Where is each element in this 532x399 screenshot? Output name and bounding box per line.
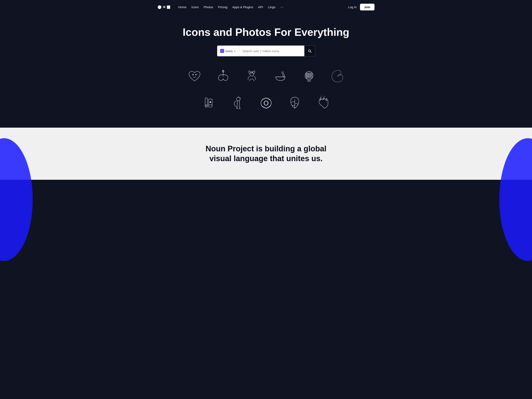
svg-point-0	[192, 74, 194, 75]
search-category-selector[interactable]: Icons ▾	[217, 46, 240, 56]
nav-apps-plugins[interactable]: Apps & Plugins	[232, 5, 253, 9]
icon-row-2	[158, 93, 374, 113]
svg-point-24	[261, 98, 271, 108]
icon-leaf[interactable]	[285, 93, 305, 113]
svg-point-22	[209, 101, 211, 103]
nav-home[interactable]: Home	[178, 5, 187, 9]
logo[interactable]: ✕	[158, 5, 170, 9]
icon-clapping-hands[interactable]	[313, 93, 334, 113]
svg-rect-18	[209, 99, 212, 107]
logo-x: ✕	[163, 5, 166, 9]
search-input[interactable]	[240, 46, 304, 56]
hero-section: Icons and Photos For Everything Icons ▾	[154, 14, 379, 128]
svg-point-4	[250, 72, 254, 76]
nav-photos[interactable]: Photos	[203, 5, 213, 9]
icon-lab-bottles[interactable]	[199, 93, 219, 113]
icon-shaman[interactable]	[241, 66, 262, 87]
join-button[interactable]: Join	[360, 4, 374, 10]
chevron-down-icon: ▾	[234, 50, 235, 52]
nav-auth: Log In Join	[348, 4, 374, 10]
nav-links: Home Icons Photos Pricing Apps & Plugins…	[178, 5, 342, 9]
search-icon	[308, 49, 312, 53]
login-button[interactable]: Log In	[348, 5, 357, 9]
nav-icons[interactable]: Icons	[191, 5, 199, 9]
icon-bowl-chopsticks[interactable]	[270, 66, 291, 87]
search-button[interactable]	[304, 46, 315, 56]
icon-row-1	[158, 66, 374, 87]
svg-line-27	[321, 96, 321, 97]
svg-point-23	[236, 97, 240, 101]
nav-api[interactable]: API	[258, 5, 263, 9]
nav-lingo[interactable]: Lingo	[268, 5, 276, 9]
logo-circle	[158, 5, 161, 9]
category-label: Icons	[225, 49, 233, 53]
icon-lungs-flower[interactable]	[213, 66, 233, 87]
bottom-section: Noun Project is building a global visual…	[0, 128, 532, 180]
icon-heart-face[interactable]	[184, 66, 205, 87]
logo-square	[167, 6, 170, 9]
navigation: ✕ Home Icons Photos Pricing Apps & Plugi…	[154, 0, 379, 14]
nav-more[interactable]: ···	[280, 5, 284, 9]
icon-celtic-knot[interactable]	[256, 93, 276, 113]
icon-ai-head[interactable]	[299, 66, 319, 87]
search-bar: Icons ▾	[217, 45, 315, 57]
icon-alpaca[interactable]	[227, 93, 248, 113]
bottom-title: Noun Project is building a global visual…	[205, 144, 328, 163]
svg-point-1	[195, 74, 196, 75]
category-icon	[220, 49, 224, 53]
hero-title: Icons and Photos For Everything	[158, 26, 374, 38]
svg-point-3	[223, 70, 224, 71]
nav-pricing[interactable]: Pricing	[218, 5, 228, 9]
svg-rect-9	[306, 73, 312, 78]
svg-line-29	[325, 96, 325, 97]
icon-spiral[interactable]	[328, 66, 348, 87]
